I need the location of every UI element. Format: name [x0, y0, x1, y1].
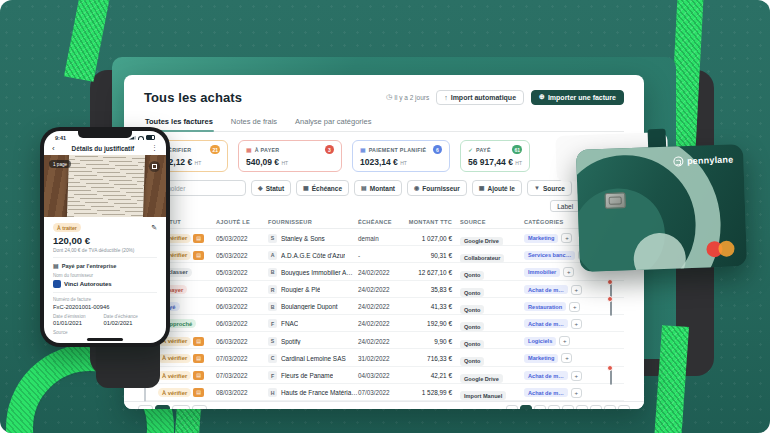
- filter-icon: [303, 185, 309, 191]
- add-category-button[interactable]: +: [569, 302, 580, 312]
- status-card-icon: ✓: [468, 147, 473, 153]
- table-row[interactable]: À vérifier ▤ 08/03/2022 H Hauts de Franc…: [144, 384, 624, 401]
- prev-page-button[interactable]: ‹: [506, 405, 518, 409]
- page-size-button[interactable]: 100: [172, 405, 190, 409]
- receipt-icon: ▤: [193, 388, 204, 397]
- add-category-button[interactable]: +: [561, 233, 572, 243]
- table-footer: 25 50 100 ∞ éléments par page 1-50 sur 3…: [124, 401, 644, 409]
- status-card[interactable]: ▦ PAIEMENT PLANIFIÉ 6 1023,14 € HT: [352, 140, 450, 172]
- page-button[interactable]: 2: [534, 405, 546, 409]
- category-badge: Services banc…: [524, 251, 575, 260]
- table-row[interactable]: Rapproché ▤ 06/03/2022 F FNAC 24/02/2022…: [144, 315, 624, 332]
- supplier-avatar: H: [268, 388, 277, 397]
- phone-notch: [78, 131, 132, 138]
- due-date: 24/02/2022: [358, 338, 404, 345]
- receipt-icon: ▤: [193, 337, 204, 346]
- mastercard-icon: [706, 240, 735, 257]
- receipt-icon: ▤: [193, 354, 204, 363]
- filter-button[interactable]: Statut: [251, 180, 291, 196]
- phone-page-title: Détails du justificatif: [55, 145, 151, 152]
- table-row[interactable]: À vérifier ▤ 05/03/2022 A A.D.A.G.E Côte…: [144, 246, 624, 263]
- filter-icon: [414, 185, 419, 191]
- page-button[interactable]: 4: [562, 405, 574, 409]
- due-date: 04/03/2022: [358, 372, 404, 379]
- table-row[interactable]: À classer ▤ 05/03/2022 B Bouygues Immobi…: [144, 263, 624, 280]
- next-page-button[interactable]: ›: [618, 405, 630, 409]
- import-invoice-button[interactable]: ⊕ Importer une facture: [531, 90, 624, 105]
- add-category-button[interactable]: +: [559, 336, 570, 346]
- count-badge: 6: [433, 145, 442, 154]
- filter-button[interactable]: Échéance: [296, 180, 349, 196]
- label-chip[interactable]: Label: [550, 200, 580, 212]
- add-category-button[interactable]: +: [563, 267, 574, 277]
- receipt-photo: 1 page: [44, 155, 166, 217]
- page-size-button[interactable]: 50: [155, 405, 170, 409]
- table-row[interactable]: Payé ▤ 06/03/2022 B Boulangerie Dupont 2…: [144, 298, 624, 315]
- hero-scene: Tous les achats ◷ Il y a 2 jours ↑ Impor…: [0, 0, 770, 433]
- source-badge: Google Drive: [460, 237, 503, 246]
- source-badge: Google Drive: [460, 374, 503, 383]
- table-row[interactable]: À vérifier ▤ 07/03/2022 F Fleurs de Pana…: [144, 367, 624, 384]
- status-card[interactable]: ▦ À PAYER 3 540,09 € HT: [238, 140, 342, 172]
- filter-icon: [479, 185, 485, 191]
- page-button[interactable]: 5: [576, 405, 588, 409]
- invoice-table-body: À vérifier ▤ 05/03/2022 S Stanley & Sons…: [144, 229, 624, 401]
- source-badge: Import Manuel: [460, 391, 506, 400]
- supplier-avatar: F: [268, 319, 277, 328]
- add-category-button[interactable]: +: [571, 319, 582, 329]
- battery-icon: [146, 135, 155, 140]
- page-button[interactable]: …: [590, 405, 602, 409]
- category-badge: Logiciels: [524, 337, 556, 346]
- supplier-name: FNAC: [281, 320, 298, 327]
- expand-icon[interactable]: [149, 161, 160, 172]
- filter-button[interactable]: Ajouté le: [472, 180, 522, 196]
- add-category-button[interactable]: +: [571, 371, 582, 381]
- table-row[interactable]: À payer ▤ 06/03/2022 R Rougier & Plé 24/…: [144, 281, 624, 298]
- upload-icon: ↑: [444, 94, 448, 101]
- to-process-badge: À traiter: [53, 223, 81, 232]
- due-date: 24/02/2022: [358, 269, 404, 276]
- table-row[interactable]: À vérifier ▤ 07/03/2022 C Cardinal Lemoi…: [144, 349, 624, 366]
- amount: 9,90 €: [404, 338, 460, 345]
- last-sync: ◷ Il y a 2 jours: [386, 93, 429, 101]
- supplier-avatar: C: [268, 354, 277, 363]
- pencil-icon[interactable]: ✎: [151, 224, 157, 232]
- add-category-button[interactable]: +: [561, 353, 572, 363]
- comment-icon[interactable]: [610, 297, 612, 316]
- receipt-icon: ▤: [193, 371, 204, 380]
- count-badge: 21: [210, 145, 220, 154]
- source-badge: Qonto: [460, 357, 484, 366]
- table-row[interactable]: À vérifier ▤ 06/03/2022 S Spotify 24/02/…: [144, 332, 624, 349]
- receipt-amount: 120,00 €: [53, 235, 157, 246]
- supplier-name: Spotify: [281, 338, 301, 345]
- filter-button[interactable]: Montant: [354, 180, 402, 196]
- category-badge: Immobilier: [524, 268, 560, 277]
- tab[interactable]: Analyse par catégories: [294, 113, 372, 131]
- kebab-menu-icon[interactable]: ⋮: [151, 144, 158, 152]
- status-badge: À vérifier: [158, 388, 191, 397]
- filter-icon: [361, 185, 367, 191]
- status-card[interactable]: ✓ PAYÉ 61 56 917,44 € HT: [460, 140, 530, 172]
- category-badge: Achat de m…: [524, 285, 568, 294]
- page-button[interactable]: 8: [604, 405, 616, 409]
- vat-note: Dont 24,00 € de TVA déductible (20%): [53, 248, 157, 253]
- category-badge: Achat de m…: [524, 371, 568, 380]
- page-button[interactable]: 1: [520, 405, 532, 409]
- label-chips: Label Label: [144, 200, 614, 212]
- supplier-avatar: B: [268, 268, 277, 277]
- page-button[interactable]: 3: [548, 405, 560, 409]
- pennylane-logo-icon: [673, 156, 683, 166]
- import-auto-button[interactable]: ↑ Import automatique: [436, 90, 524, 105]
- page-size-button[interactable]: 25: [138, 405, 153, 409]
- page-size-button[interactable]: ∞: [192, 405, 207, 409]
- comment-icon[interactable]: [610, 366, 612, 385]
- add-category-button[interactable]: +: [571, 285, 582, 295]
- table-row[interactable]: À vérifier ▤ 05/03/2022 S Stanley & Sons…: [144, 229, 624, 246]
- add-category-button[interactable]: +: [571, 388, 582, 398]
- due-date: -: [358, 252, 404, 259]
- supplier-avatar: B: [268, 302, 277, 311]
- receipt-paper: [67, 155, 145, 217]
- filter-button[interactable]: Fournisseur: [407, 180, 467, 196]
- filter-button[interactable]: Source: [527, 180, 572, 196]
- tab[interactable]: Notes de frais: [230, 113, 278, 131]
